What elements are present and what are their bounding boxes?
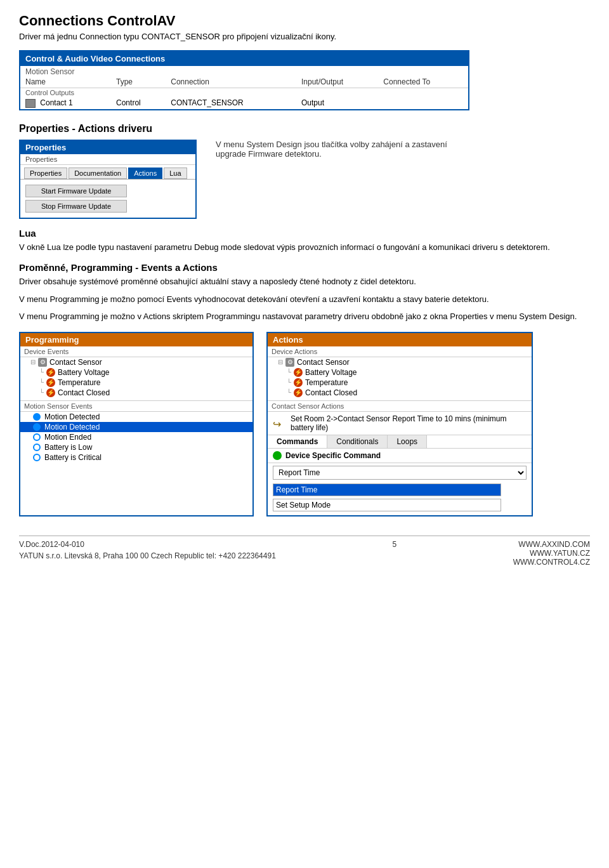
battery-voltage-icon: ⚡ [46,368,55,377]
footer-right: WWW.AXXIND.COM WWW.YATUN.CZ WWW.CONTROL4… [513,540,590,567]
bullet-selected-icon [33,423,41,431]
commands-tabs: Commands Conditionals Loops [268,435,532,449]
action-set-room-text: Set Room 2->Contact Sensor Report Time t… [291,414,527,432]
tree-child-branch: └ [39,369,44,376]
tree-label-contact-closed: Contact Closed [58,388,110,397]
contact-closed-icon: ⚡ [46,388,55,397]
set-setup-mode-row[interactable]: Set Setup Mode [268,497,532,515]
promenné-text3: V menu Programming je možno v Actions sk… [19,310,590,323]
motion-event-battery-critical[interactable]: Battery is Critical [20,452,252,463]
conn-table-header: Control & Audio Video Connections [20,51,468,66]
actions-tree-label-contact-sensor: Contact Sensor [297,358,350,367]
actions-tree-label-battery-voltage: Battery Voltage [305,368,357,377]
sensor-icon: ⚙ [38,358,47,367]
tab-loops[interactable]: Loops [388,435,427,448]
tab-commands[interactable]: Commands [268,435,327,448]
tab-actions[interactable]: Actions [128,168,162,179]
motion-event-label-3: Motion Ended [44,433,91,442]
report-time-select[interactable]: Report Time Set Setup Mode [273,466,527,480]
actions-panel-header: Actions [268,333,532,346]
motion-event-label-4: Battery is Low [44,443,92,452]
promenné-section: Proměnné, Programming - Events a Actions… [19,262,590,323]
col-name: Name [20,76,111,88]
motion-event-label-2: Motion Detected [44,423,100,431]
actions-tree-label-temperature: Temperature [305,378,348,387]
motion-event-battery-low[interactable]: Battery is Low [20,442,252,452]
tab-properties[interactable]: Properties [24,168,67,179]
actions-contact-closed-icon: ⚡ [294,388,303,397]
motion-event-motion-detected-1[interactable]: Motion Detected [20,412,252,422]
actions-tree-item-contact-sensor: ⊟ ⚙ Contact Sensor [268,357,532,367]
footer: V.Doc.2012-04-010 YATUN s.r.o. Litevská … [19,536,590,567]
bullet-inactive-icon1 [33,433,41,441]
tree-item-temperature: └ ⚡ Temperature [20,378,252,388]
promenné-title: Proměnné, Programming - Events a Actions [19,262,590,273]
tree-child-branch2: └ [39,379,44,386]
set-setup-mode-value: Set Setup Mode [273,499,501,511]
contact-icon [25,99,36,108]
actions-temperature-icon: ⚡ [294,378,303,387]
action-arrow-icon: ↪ [273,418,285,428]
promenné-text2: V menu Programming je možno pomocí Event… [19,293,590,306]
tab-lua[interactable]: Lua [164,168,187,179]
motion-event-label-1: Motion Detected [44,412,100,421]
footer-yatun: WWW.YATUN.CZ [513,549,590,558]
device-specific-label: Device Specific Command [285,451,381,460]
actions-battery-voltage-icon: ⚡ [294,368,303,377]
temperature-icon: ⚡ [46,378,55,387]
props-box-subtitle: Properties [20,154,195,165]
table-row: Contact 1 Control CONTACT_SENSOR Output [20,97,468,109]
row-connection: CONTACT_SENSOR [166,97,296,109]
row-io: Output [296,97,378,109]
col-type: Type [111,76,166,88]
actions-tree-label-contact-closed: Contact Closed [305,388,357,397]
stop-firmware-button[interactable]: Stop Firmware Update [25,200,127,213]
contact-sensor-actions-label: Contact Sensor Actions [268,400,532,412]
device-actions-label: Device Actions [268,346,532,357]
row-type: Control [111,97,166,109]
motion-event-label-5: Battery is Critical [44,453,102,462]
footer-axxind: WWW.AXXIND.COM [513,540,590,549]
tree-item-contact-sensor: ⊟ ⚙ Contact Sensor [20,357,252,367]
props-buttons: Start Firmware Update Stop Firmware Upda… [20,180,195,218]
page-title: Connections ControlAV [19,13,590,29]
motion-sensor-events-label: Motion Sensor Events [20,400,252,412]
tree-item-contact-closed: └ ⚡ Contact Closed [20,388,252,398]
selected-report-time-row[interactable]: Report Time [268,482,532,497]
bullet-inactive-icon2 [33,444,41,451]
footer-page: 5 [392,540,396,549]
properties-two-col: Properties Properties Properties Documen… [19,140,590,219]
tab-conditionals[interactable]: Conditionals [327,435,388,448]
dropdown-row[interactable]: Report Time Set Setup Mode [268,463,532,482]
action-set-room-row: ↪ Set Room 2->Contact Sensor Report Time… [268,412,532,435]
green-circle-icon [273,451,282,460]
props-tabs: Properties Documentation Actions Lua [20,165,195,180]
footer-control4: WWW.CONTROL4.CZ [513,558,590,567]
bullet-inactive-icon3 [33,454,41,461]
col-connection: Connection [166,76,296,88]
tab-documentation[interactable]: Documentation [69,168,127,179]
motion-event-motion-ended[interactable]: Motion Ended [20,432,252,442]
actions-panel: Actions Device Actions ⊟ ⚙ Contact Senso… [266,332,533,516]
properties-side-text: V menu System Design jsou tlačítka volby… [216,140,457,159]
conn-table: Name Type Connection Input/Output Connec… [20,76,468,109]
device-specific-row: Device Specific Command [268,449,532,463]
programming-panel: Programming Device Events ⊟ ⚙ Contact Se… [19,332,254,516]
selected-report-time-value: Report Time [273,483,501,496]
start-firmware-button[interactable]: Start Firmware Update [25,185,127,197]
control-outputs-label: Control Outputs [20,88,468,98]
tree-child-branch3: └ [39,389,44,396]
prog-actions-row: Programming Device Events ⊟ ⚙ Contact Se… [19,332,590,516]
lua-section: Lua V okně Lua lze podle typu nastavení … [19,228,590,254]
motion-event-motion-detected-2[interactable]: Motion Detected [20,422,252,432]
page-subtitle: Driver má jednu Connection typu CONTACT_… [19,32,590,41]
row-name: Contact 1 [20,97,111,109]
bullet-active-icon [33,413,41,421]
props-box-header: Properties [20,141,195,154]
tree-label-temperature: Temperature [58,378,100,387]
actions-tree-item-battery-voltage: └ ⚡ Battery Voltage [268,367,532,378]
promenné-text1: Driver obsahuje systémové proměnné obsah… [19,275,590,288]
tree-label-contact-sensor: Contact Sensor [49,358,102,367]
tree-label-battery-voltage: Battery Voltage [58,368,109,377]
properties-section-title: Properties - Actions driveru [19,123,590,135]
